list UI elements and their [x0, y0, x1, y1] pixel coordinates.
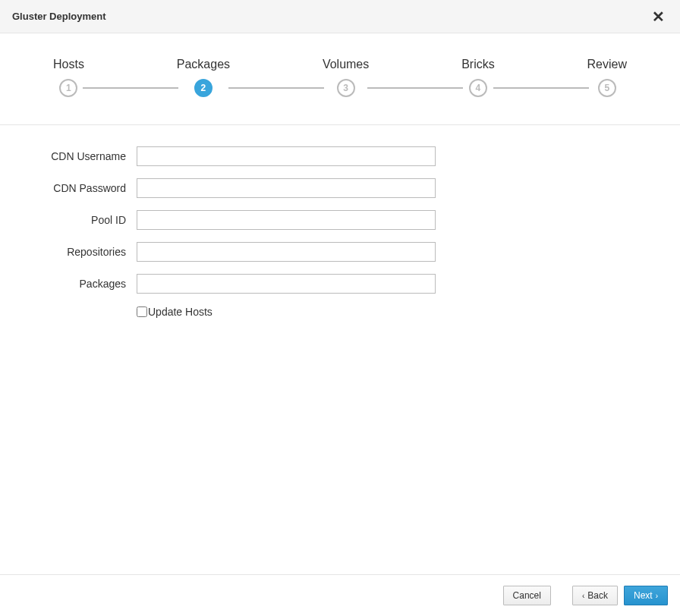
modal-title: Gluster Deployment	[12, 11, 106, 22]
cancel-button-label: Cancel	[513, 590, 541, 601]
step-number: 3	[337, 79, 355, 97]
wizard-steps: Hosts 1 Packages 2 Volumes 3 Bricks 4 Re…	[0, 33, 680, 117]
row-repositories: Repositories	[30, 242, 650, 262]
step-label: Packages	[177, 58, 230, 71]
label-packages: Packages	[30, 278, 137, 290]
close-icon[interactable]: ✕	[649, 9, 668, 24]
step-connector	[83, 87, 178, 89]
pool-id-input[interactable]	[137, 210, 436, 230]
step-bricks[interactable]: Bricks 4	[461, 58, 495, 97]
step-number: 1	[59, 79, 77, 97]
step-review[interactable]: Review 5	[587, 58, 627, 97]
packages-form: CDN Username CDN Password Pool ID Reposi…	[0, 125, 680, 339]
label-cdn-username: CDN Username	[30, 150, 137, 162]
deployment-modal: Gluster Deployment ✕ Hosts 1 Packages 2 …	[0, 0, 680, 616]
label-cdn-password: CDN Password	[30, 182, 137, 194]
step-number: 5	[598, 79, 616, 97]
step-label: Hosts	[53, 58, 84, 71]
row-update-hosts: Update Hosts	[137, 306, 650, 318]
step-number: 2	[194, 79, 212, 97]
modal-body: Hosts 1 Packages 2 Volumes 3 Bricks 4 Re…	[0, 33, 680, 574]
label-repositories: Repositories	[30, 246, 137, 258]
step-connector	[493, 87, 589, 89]
repositories-input[interactable]	[137, 242, 436, 262]
chevron-right-icon: ›	[656, 592, 658, 600]
step-volumes[interactable]: Volumes 3	[323, 58, 369, 97]
update-hosts-checkbox[interactable]	[137, 306, 147, 317]
footer-spacer	[557, 586, 566, 605]
step-connector	[367, 87, 463, 89]
label-pool-id: Pool ID	[30, 214, 137, 226]
back-button[interactable]: ‹ Back	[572, 586, 618, 605]
packages-input[interactable]	[137, 274, 436, 294]
step-label: Volumes	[323, 58, 369, 71]
row-pool-id: Pool ID	[30, 210, 650, 230]
modal-footer: Cancel ‹ Back Next ›	[0, 574, 680, 616]
step-hosts[interactable]: Hosts 1	[53, 58, 84, 97]
modal-header: Gluster Deployment ✕	[0, 0, 680, 33]
step-label: Bricks	[461, 58, 495, 71]
cancel-button[interactable]: Cancel	[503, 586, 551, 605]
next-button-label: Next	[634, 590, 653, 601]
next-button[interactable]: Next ›	[624, 586, 668, 605]
chevron-left-icon: ‹	[582, 592, 584, 600]
row-cdn-username: CDN Username	[30, 146, 650, 166]
cdn-username-input[interactable]	[137, 146, 436, 166]
step-number: 4	[469, 79, 487, 97]
step-connector	[228, 87, 324, 89]
row-packages: Packages	[30, 274, 650, 294]
row-cdn-password: CDN Password	[30, 178, 650, 198]
label-update-hosts[interactable]: Update Hosts	[148, 306, 212, 318]
cdn-password-input[interactable]	[137, 178, 436, 198]
step-label: Review	[587, 58, 627, 71]
step-packages[interactable]: Packages 2	[177, 58, 230, 97]
back-button-label: Back	[587, 590, 608, 601]
